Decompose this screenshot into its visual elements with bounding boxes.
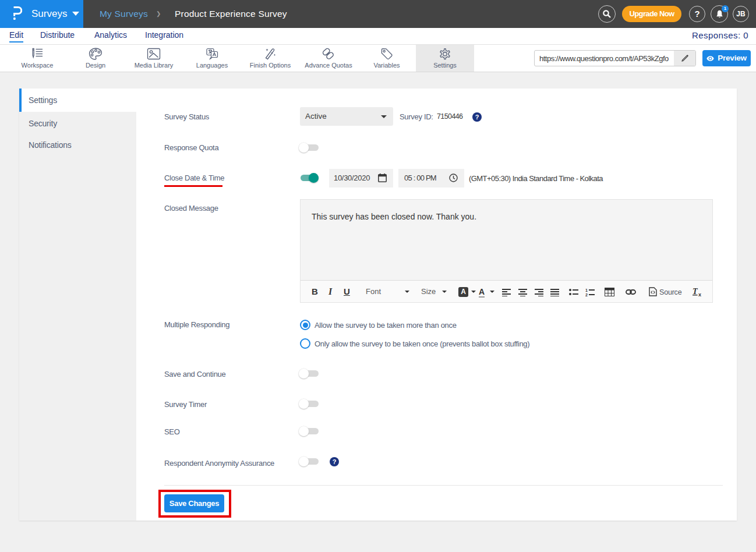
svg-text:x: x [698,292,701,297]
svg-text:T: T [693,287,698,296]
svg-text:1: 1 [585,288,588,292]
svg-text:2: 2 [585,293,588,297]
